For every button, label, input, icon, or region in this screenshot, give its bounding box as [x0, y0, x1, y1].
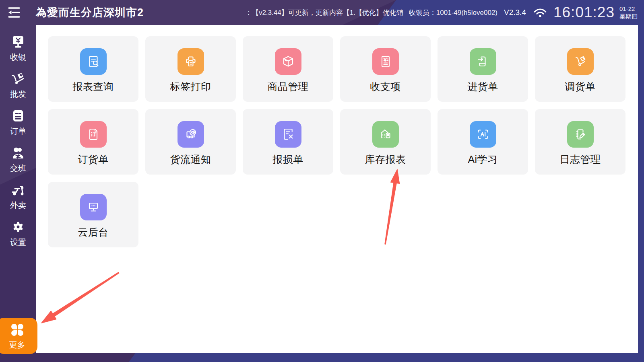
tile-purchase-order[interactable]: 进货单 [438, 36, 528, 102]
sidebar-item-cashier[interactable]: 收银 [0, 30, 36, 67]
tile-label: 日志管理 [560, 153, 601, 166]
sidebar-label: 批发 [10, 89, 26, 100]
tile-logistics-notice[interactable]: 货流通知 [145, 109, 236, 175]
date-text: 01-22 [619, 5, 638, 12]
tile-stock-report[interactable]: 库存报表 [340, 109, 431, 175]
clock-time: 16:01:23 [553, 4, 615, 21]
sidebar-nav: 收银 批发 [0, 25, 36, 353]
sidebar-label: 外卖 [10, 200, 26, 211]
tile-label-print[interactable]: 标签打印 [145, 36, 236, 102]
weekday-text: 星期四 [619, 12, 638, 20]
sidebar-item-orders[interactable]: 订单 [0, 104, 36, 141]
tile-label: 库存报表 [365, 153, 406, 166]
app-version: V2.3.4 [504, 8, 526, 17]
sidebar-item-more[interactable]: 更多 [0, 318, 37, 354]
logistics-notice-icon [178, 121, 204, 148]
cash-register-icon [10, 34, 26, 49]
tile-order-form[interactable]: 订货单 [48, 109, 138, 175]
tile-label: 标签打印 [170, 80, 211, 93]
wholesale-trolley-icon [10, 71, 26, 86]
sidebar-item-shift[interactable]: 交班 [0, 141, 36, 178]
pos-app: 為愛而生分店深圳市2 ：【v2.3.44】可更新，更新内容【1.【优化】优化销 … [0, 0, 644, 362]
update-notice-text: ：【v2.3.44】可更新，更新内容【1.【优化】优化销 [245, 8, 403, 17]
order-form-icon [80, 121, 107, 148]
tile-income-expense[interactable]: 收支项 [340, 36, 431, 102]
sidebar-label: 交班 [10, 163, 26, 174]
log-manage-icon [567, 121, 594, 148]
product-manage-icon [275, 48, 301, 75]
collapse-menu-glyph [6, 5, 22, 20]
cashier-info: 收银员：1001-49(h5love002) [409, 8, 497, 17]
tile-log-manage[interactable]: 日志管理 [535, 109, 625, 175]
sidebar-label: 更多 [9, 339, 25, 350]
tile-label: 云后台 [78, 226, 109, 239]
tile-cloud-backend[interactable]: 云后台 [48, 182, 138, 247]
tile-label: Ai学习 [468, 153, 497, 166]
tile-label: 报损单 [272, 153, 303, 166]
tile-label: 收支项 [370, 80, 401, 93]
top-bar: 為愛而生分店深圳市2 ：【v2.3.44】可更新，更新内容【1.【优化】优化销 … [0, 0, 644, 25]
app-tile-grid: 报表查询 标签打印 商品管理 [36, 25, 638, 353]
label-print-icon [178, 48, 204, 75]
more-apps-icon [9, 322, 25, 338]
ai-learning-icon [470, 121, 496, 148]
cloud-backend-icon [80, 194, 107, 220]
sidebar-item-takeout[interactable]: 外卖 [0, 178, 36, 215]
income-expense-icon [372, 48, 399, 75]
sidebar-item-wholesale[interactable]: 批发 [0, 67, 36, 104]
tile-label: 调货单 [565, 80, 596, 93]
purchase-order-icon [470, 48, 496, 75]
tile-ai-learning[interactable]: Ai学习 [438, 109, 528, 175]
sidebar-label: 设置 [10, 237, 26, 248]
date-weekday: 01-22 星期四 [619, 5, 638, 20]
report-query-icon [80, 48, 107, 75]
tile-label: 报表查询 [73, 80, 114, 93]
sidebar-label: 收银 [10, 52, 26, 63]
orders-receipt-icon [10, 108, 26, 123]
sidebar-label: 订单 [10, 126, 26, 137]
collapse-menu-icon[interactable] [5, 4, 23, 21]
tile-loss-report[interactable]: 报损单 [243, 109, 333, 175]
tile-product-manage[interactable]: 商品管理 [243, 36, 333, 102]
sidebar-item-settings[interactable]: 设置 [0, 215, 36, 252]
tile-label: 商品管理 [268, 80, 309, 93]
wifi-icon [533, 7, 547, 18]
stock-report-icon [372, 121, 399, 148]
shift-handover-icon [10, 145, 26, 160]
tile-transfer-order[interactable]: 调货单 [535, 36, 625, 102]
loss-report-icon [275, 121, 301, 148]
tile-label: 货流通知 [170, 153, 211, 166]
settings-gear-icon [10, 219, 26, 234]
tile-label: 进货单 [467, 80, 498, 93]
transfer-order-icon [567, 48, 594, 75]
tile-report-query[interactable]: 报表查询 [48, 36, 138, 102]
takeout-scooter-icon [10, 182, 26, 197]
store-title: 為愛而生分店深圳市2 [36, 5, 144, 20]
tile-label: 订货单 [78, 153, 109, 166]
